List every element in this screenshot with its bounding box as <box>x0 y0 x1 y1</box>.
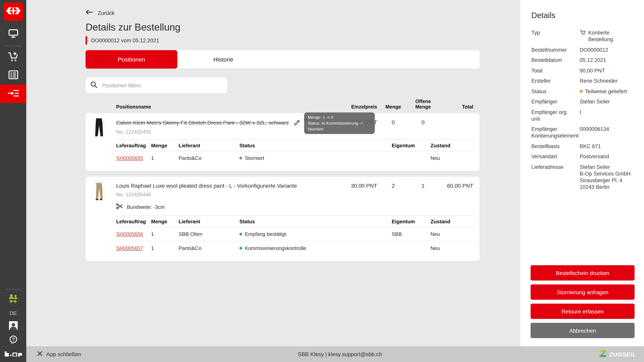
detail-row-versandart: Versandart Postversand <box>531 153 634 160</box>
detail-row-bestellnummer: Bestellnummer DO0000012 <box>531 46 634 53</box>
detail-value: Postversand <box>580 153 609 160</box>
delivery-status: Kommisionierungskontrolle <box>245 245 306 251</box>
col-sub-menge: Menge <box>151 142 178 148</box>
detail-row-kontierungselement: Empfänger Kontierungselement 0000006134 <box>531 126 634 139</box>
close-app-label: App schließen <box>46 351 81 357</box>
product-name: Louis Raphael Luxe wool pleated dress pa… <box>116 182 338 189</box>
detail-row-typ: Typ Kontierte Bestellung <box>531 29 634 43</box>
tab-historie[interactable]: Historie <box>178 50 269 69</box>
sidebar: DE ? <box>0 0 26 362</box>
col-total: Total <box>437 104 473 110</box>
sidebar-bottom: DE ? <box>0 287 26 362</box>
detail-row-total: Total 90,00 PNT <box>531 67 634 74</box>
product-number: No. 122435446 <box>116 191 338 197</box>
svg-text:?: ? <box>12 337 15 342</box>
user-avatar[interactable] <box>9 321 18 330</box>
search-icon <box>90 81 97 90</box>
order-ref-text: DO0000012 vom 05.12.2021 <box>91 37 159 43</box>
col-eigentum: Eigentum <box>392 218 430 224</box>
delivery-order-link[interactable]: SH0005655 <box>116 155 143 161</box>
detail-row-lieferadresse: Lieferadresse Stefan Seiler B-Op Service… <box>531 164 634 190</box>
help-icon: ? <box>8 335 18 346</box>
register-return-button[interactable]: Retoure erfassen <box>530 304 634 319</box>
sidebar-item-goods-receipt-active[interactable] <box>0 85 26 103</box>
col-offene-menge: Offene Menge <box>409 99 437 110</box>
line-total: 60,00 PNT <box>437 182 473 197</box>
detail-row-ersteller: Ersteller Rene Schneider <box>531 78 634 84</box>
detail-value: 0000006134 <box>580 126 609 132</box>
positions-table-header: Positionsname Einzelpreis Menge Offene M… <box>86 99 480 110</box>
detail-value: I <box>580 109 581 115</box>
request-cancellation-button[interactable]: Stornierung anfragen <box>530 284 634 300</box>
back-label: Zurück <box>98 9 114 16</box>
col-positionsname: Positionsname <box>86 104 338 110</box>
tooltip-menge-line: Menge: 1 -> 0 <box>308 114 371 120</box>
detail-row-empfaenger: Empfänger Stefan Seiler <box>531 98 634 105</box>
product-image-black-pants <box>91 117 107 138</box>
order-reference: DO0000012 vom 05.12.2021 <box>86 36 480 45</box>
deliveries-header: Leferauftrag Menge Lieferant Status Eige… <box>116 216 473 227</box>
edit-pencil-icon[interactable] <box>294 119 300 126</box>
sidebar-item-dashboard[interactable] <box>0 25 26 43</box>
cart-add-icon <box>8 52 19 63</box>
tab-positionen[interactable]: Positionen <box>86 50 178 69</box>
delivery-qty: 1 <box>151 245 178 251</box>
address-line: Strausberger Pl. 4 <box>580 177 634 183</box>
help-button[interactable]: ? <box>0 334 26 347</box>
col-leferauftrag: Leferauftrag <box>116 218 151 224</box>
delivery-qty: 1 <box>151 155 178 161</box>
sbb-logo-icon <box>6 7 20 16</box>
detail-row-status: Status Teilweise geliefert <box>531 88 634 95</box>
deliveries-header: Leferauftrag Menge Lieferant Status Eige… <box>116 140 473 151</box>
line-total <box>437 119 473 135</box>
quantity: 0 <box>377 119 409 135</box>
delivery-status: Storniert <box>245 155 264 161</box>
open-quantity: 1 <box>409 182 437 197</box>
product-image-khaki-pants <box>91 181 107 201</box>
detail-row-org-unit: Empfänger org. unit I <box>531 109 634 122</box>
modification-row: Bundweite: -3cm <box>116 203 480 211</box>
footer-bar: App schließen SBB Klesy | klesy.support@… <box>26 346 644 362</box>
product-name-cancelled: Calvin Klein Men's Skinny Fit Stretch Dr… <box>116 120 289 126</box>
col-leferauftrag: Leferauftrag <box>116 142 151 148</box>
delivery-row: SH0005655 1 Pants&Co Storniert Neu <box>116 151 473 165</box>
close-icon <box>37 351 42 357</box>
position-card-1: Calvin Klein Men's Skinny Fit Stretch Dr… <box>86 113 480 171</box>
filter-input[interactable] <box>101 82 222 89</box>
close-app-button[interactable]: App schließen <box>37 351 81 357</box>
address-line: Stefan Seiler <box>580 164 634 170</box>
delivery-order-link[interactable]: SH0005656 <box>116 231 143 237</box>
language-selector[interactable]: DE <box>10 310 17 316</box>
sidebar-item-cart-add[interactable] <box>0 49 26 67</box>
main-area: Zurück Details zur Bestellung DO0000012 … <box>26 0 520 346</box>
delivery-qty: 1 <box>151 231 178 237</box>
back-button[interactable]: Zurück <box>86 9 480 16</box>
col-sub-menge: Menge <box>151 218 178 224</box>
unit-price: 30,00 PNT <box>338 182 377 197</box>
sbb-logo-button[interactable] <box>3 2 23 21</box>
delivery-condition: Neu <box>430 155 473 161</box>
detail-value: 05.12.2021 <box>580 57 606 63</box>
red-accent-bar <box>86 36 87 45</box>
sidebar-divider-bottom <box>5 289 22 290</box>
print-order-button[interactable]: Bestellschein drucken <box>530 265 634 281</box>
user-switch-button[interactable] <box>0 292 26 307</box>
cancel-button[interactable]: Abbrechen <box>530 323 634 338</box>
address-line: B-Op Services GmbH <box>580 170 634 177</box>
delivery-condition: Neu <box>430 245 473 251</box>
delivery-status: Empfang bestätigt <box>245 231 286 237</box>
cart-icon <box>580 30 586 37</box>
col-status: Status <box>240 218 392 224</box>
tab-bar: Positionen Historie <box>86 50 480 69</box>
monitor-icon <box>8 29 18 40</box>
details-title: Details <box>531 11 644 20</box>
back-arrow-icon <box>86 9 92 16</box>
zugseil-logo: ZUGSEIL <box>599 350 636 359</box>
delivery-order-link[interactable]: SH0005657 <box>116 245 143 251</box>
detail-value: Teilweise geliefert <box>585 88 627 95</box>
status-dot <box>240 157 242 160</box>
sidebar-item-orders[interactable] <box>0 67 26 85</box>
filter-searchbox[interactable] <box>86 78 227 93</box>
order-form-icon <box>8 70 18 81</box>
people-switch-icon <box>8 294 18 305</box>
